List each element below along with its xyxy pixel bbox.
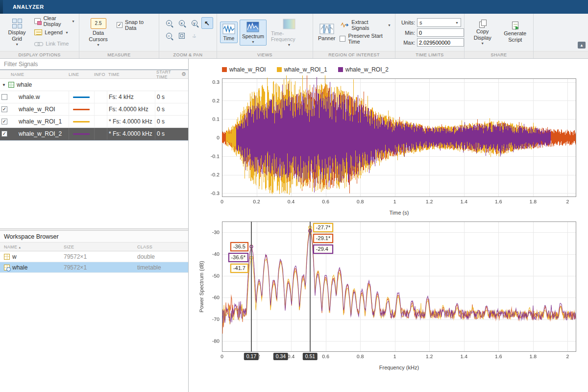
legend-item: whale_w_ROI <box>222 66 266 73</box>
checkbox-unchecked-icon[interactable] <box>1 94 7 100</box>
zoom-x-button[interactable]: x <box>176 17 188 29</box>
pointer-button[interactable]: ↖ <box>201 17 213 29</box>
signal-group-row[interactable]: ▼ whale <box>0 79 188 91</box>
units-value: s <box>419 20 422 25</box>
chevron-down-icon: ▼ <box>97 43 100 47</box>
clear-display-icon <box>34 18 41 24</box>
signal-row[interactable]: ✓whale_w_ROIFs: 4.0000 kHz0 s <box>0 103 188 116</box>
zoom-in-icon: + <box>166 20 172 26</box>
min-time-field[interactable] <box>417 28 464 37</box>
signal-name: whale.w <box>9 94 69 100</box>
signal-start-time: 0 s <box>155 103 179 115</box>
copy-display-button[interactable]: Copy Display ▼ <box>467 19 498 46</box>
signal-row[interactable]: ✓whale_w_ROI_1* Fs: 4.0000 kHz0 s <box>0 116 188 128</box>
max-label: Max: <box>398 40 415 46</box>
signal-analyzer-app: ANALYZERDISPLAYTIMESPECTRUM ? ▾ Display … <box>0 0 588 392</box>
column-info[interactable]: INFO <box>94 72 107 77</box>
section-label: REGION OF INTEREST <box>313 51 395 58</box>
checkbox-checked-icon[interactable]: ✓ <box>1 106 7 112</box>
column-settings-icon[interactable]: ⚙ <box>179 71 188 77</box>
section-label: ZOOM & PAN <box>159 51 217 58</box>
max-time-field[interactable] <box>417 38 464 47</box>
legend-item: whale_w_ROI_1 <box>277 66 327 73</box>
checkbox-checked-icon[interactable]: ✓ <box>1 119 7 124</box>
legend-label: whale_w_ROI_1 <box>284 66 327 73</box>
zoom-out-button[interactable]: − <box>163 30 175 42</box>
signal-line-swatch <box>73 97 90 98</box>
column-size[interactable]: SIZE <box>64 245 137 249</box>
preserve-start-time-checkbox[interactable]: Preserve Start Time <box>340 33 392 45</box>
column-time[interactable]: TIME <box>107 72 155 77</box>
zoom-x-icon: x <box>179 20 185 26</box>
section-label: SHARE <box>465 51 533 58</box>
column-name[interactable]: NAME <box>9 72 69 77</box>
frequency-axis-label: Frequency (kHz) <box>197 364 582 372</box>
zoom-in-button[interactable]: + <box>163 17 175 29</box>
data-cursors-label: Data Cursors <box>84 30 112 42</box>
extract-signals-button[interactable]: Extract Signals ▼ <box>340 20 392 30</box>
time-frequency-view-icon <box>283 19 295 29</box>
units-select[interactable]: s ▼ <box>417 18 461 27</box>
table-icon <box>4 254 10 260</box>
display-area: whale_w_ROIwhale_w_ROI_1whale_w_ROI_2 Ti… <box>189 59 588 392</box>
chevron-down-icon: ▼ <box>65 31 69 34</box>
signal-table-header: NAME LINE INFO TIME START TIME ⚙ <box>0 70 188 79</box>
workspace-row[interactable]: whale79572×1timetable <box>0 262 188 273</box>
expand-collapse-icon[interactable]: ▼ <box>2 83 6 87</box>
time-axis-label: Time (s) <box>197 209 582 218</box>
signal-group-name: whale <box>17 81 32 88</box>
section-zoom-pan: + x y ↖ − ZOOM & PAN <box>159 14 217 58</box>
link-time-button[interactable]: Link Time <box>33 39 76 49</box>
fit-to-view-icon <box>179 33 185 39</box>
zoom-y-button[interactable]: y <box>189 17 200 29</box>
legend-label: whale_w_ROI_2 <box>345 66 389 73</box>
column-class[interactable]: CLASS <box>137 245 188 249</box>
signal-row[interactable]: ✓whale_w_ROI_2* Fs: 4.0000 kHz0 s <box>0 128 188 140</box>
chevron-down-icon: ▼ <box>15 43 19 46</box>
section-roi: Panner Extract Signals ▼ Preserve Start … <box>313 14 395 58</box>
signal-line-swatch <box>73 133 90 135</box>
panner-button[interactable]: Panner <box>316 23 337 43</box>
signal-sidebar: NAME LINE INFO TIME START TIME ⚙ ▼ whale… <box>0 59 189 392</box>
spectrum-view-button[interactable]: Spectrum ▼ <box>240 20 267 46</box>
section-label: DISPLAY OPTIONS <box>0 51 79 58</box>
time-view-label: Time <box>223 35 235 41</box>
column-start-time[interactable]: START TIME <box>155 70 179 79</box>
workspace-row[interactable]: w79572×1double <box>0 251 188 262</box>
display-grid-button[interactable]: Display Grid ▼ <box>3 18 31 47</box>
filter-signals-input[interactable] <box>0 59 188 70</box>
variable-size: 79572×1 <box>64 264 137 271</box>
column-line[interactable]: LINE <box>69 72 94 77</box>
pan-button[interactable] <box>189 30 200 42</box>
signal-name: whale_w_ROI_1 <box>9 118 69 125</box>
min-label: Min: <box>398 30 415 36</box>
signal-line-swatch <box>73 109 90 110</box>
section-time-limits: Units: s ▼ Min: Max: <box>395 14 465 58</box>
clear-display-button[interactable]: Clear Display ▼ <box>33 16 76 26</box>
generate-script-label: Generate Script <box>502 30 529 43</box>
column-name[interactable]: NAME▲ <box>0 245 64 249</box>
data-cursors-button[interactable]: 2.5 Data Cursors ▼ <box>82 17 114 48</box>
section-measure: 2.5 Data Cursors ▼ ✓ Snap to Data MEASUR… <box>79 14 159 58</box>
time-frequency-view-button[interactable]: Time-Frequency ▼ <box>269 17 310 49</box>
fit-to-view-button[interactable] <box>176 30 188 42</box>
checkbox-checked-icon[interactable]: ✓ <box>1 131 7 137</box>
pan-icon <box>191 32 198 40</box>
snap-to-data-checkbox[interactable]: ✓ Snap to Data <box>117 19 156 31</box>
minimize-ribbon-button[interactable]: ▲ <box>578 42 586 49</box>
signal-sample-rate: Fs: 4 kHz <box>107 91 155 103</box>
generate-script-button[interactable]: Generate Script <box>500 21 531 44</box>
variable-class: timetable <box>137 264 188 271</box>
legend-label: whale_w_ROI <box>229 66 266 73</box>
link-icon <box>34 41 43 46</box>
copy-icon <box>479 20 487 27</box>
signal-sample-rate: Fs: 4.0000 kHz <box>107 103 155 115</box>
legend-icon <box>34 29 42 35</box>
spectrum-plot-canvas[interactable] <box>197 219 582 364</box>
display-grid-icon <box>12 19 22 28</box>
time-plot-canvas[interactable] <box>197 75 582 209</box>
chevron-down-icon: ▼ <box>455 21 459 24</box>
time-view-button[interactable]: Time <box>220 22 238 43</box>
signal-row[interactable]: whale.wFs: 4 kHz0 s <box>0 91 188 103</box>
legend-button[interactable]: Legend ▼ <box>33 27 76 37</box>
